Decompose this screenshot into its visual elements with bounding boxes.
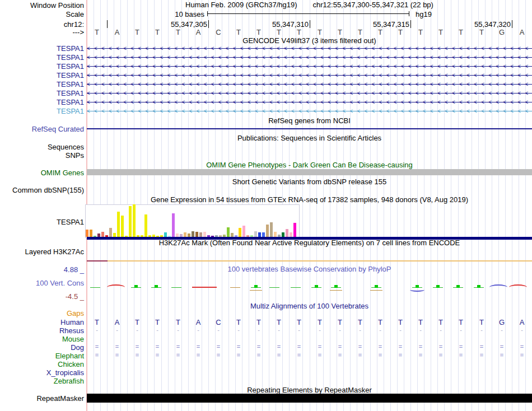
base-letter: T: [127, 28, 147, 36]
species-label-rhesus[interactable]: Rhesus: [59, 326, 84, 335]
conservation-peak: [254, 285, 258, 288]
align-double-gap: =: [350, 352, 370, 358]
gtex-tissue-bar: [239, 228, 241, 237]
align-base-letter: A: [188, 318, 208, 326]
refseq-track-title[interactable]: RefSeq genes from NCBI: [87, 117, 532, 125]
base-letter: T: [289, 28, 309, 36]
conservation-arc: [489, 284, 507, 290]
conservation-track-title[interactable]: 100 vertebrates Basewise Conservation by…: [87, 265, 532, 273]
species-label-x_tropicalis[interactable]: X_tropicalis: [46, 368, 84, 377]
gtex-tissue-bar: [109, 228, 112, 237]
common-dbsnp-label[interactable]: Common dbSNP(155): [12, 186, 84, 194]
scale-bar-tick-left: [207, 11, 208, 16]
gtex-tissue-bar: [211, 236, 214, 237]
gtex-tissue-bar: [242, 226, 245, 237]
align-double-gap: =: [410, 343, 431, 350]
gene-model-arrows[interactable]: <<<<<<<<<<<<<<<<<<<<<<<<<<<<<<<<<<<<<<<<…: [87, 63, 532, 70]
align-gap-dash: -: [249, 326, 269, 333]
align-gap-dash: -: [127, 326, 147, 333]
gene-label[interactable]: TESPA1: [57, 71, 84, 80]
gtex-tissue-bar: [113, 233, 116, 237]
align-double-gap: =: [451, 343, 471, 350]
window-position-title: Human Feb. 2009 (GRCh37/hg19)chr12:55,34…: [87, 1, 532, 9]
base-letter: T: [310, 28, 330, 36]
gene-label[interactable]: TESPA1: [57, 98, 84, 106]
species-label-zebrafish[interactable]: Zebrafish: [54, 377, 84, 385]
align-double-gap: =: [208, 352, 228, 358]
h3k27ac-signal-segment-tan[interactable]: [108, 260, 532, 261]
layered-h3k27ac-label[interactable]: Layered H3K27Ac: [25, 247, 84, 256]
align-base-letter: T: [472, 318, 492, 326]
gtex-tissue-bar: [168, 236, 171, 237]
gene-label[interactable]: TESPA1: [57, 62, 84, 71]
h3k27ac-track-title[interactable]: H3K27Ac Mark (Often Found Near Active Re…: [87, 239, 532, 247]
gtex-tissue-bar: [156, 236, 159, 237]
align-base-letter: T: [127, 318, 147, 326]
gene-label[interactable]: TESPA1: [57, 44, 84, 53]
align-gap-dash: -: [87, 326, 107, 333]
snps-label[interactable]: SNPs: [66, 151, 84, 160]
species-label-mouse[interactable]: Mouse: [62, 335, 84, 343]
gene-model-arrows[interactable]: <<<<<<<<<<<<<<<<<<<<<<<<<<<<<<<<<<<<<<<<…: [87, 99, 532, 106]
refseq-curated-line[interactable]: [87, 128, 532, 129]
omim-genes-bar[interactable]: [87, 169, 532, 175]
coordinate-tick: [410, 20, 411, 28]
gene-model-arrows[interactable]: <<<<<<<<<<<<<<<<<<<<<<<<<<<<<<<<<<<<<<<<…: [87, 90, 532, 97]
align-base-letter: T: [310, 318, 330, 326]
species-label-elephant[interactable]: Elephant: [55, 352, 84, 360]
species-label-dog[interactable]: Dog: [71, 343, 84, 352]
gene-label[interactable]: TESPA1: [57, 107, 84, 115]
align-gap-dash: -: [147, 326, 167, 333]
gtex-tissue-bar: [129, 206, 132, 237]
dbsnp-track-title[interactable]: Short Genetic Variants from dbSNP releas…: [87, 178, 532, 186]
align-base-letter: T: [289, 318, 309, 326]
gene-model-arrows[interactable]: <<<<<<<<<<<<<<<<<<<<<<<<<<<<<<<<<<<<<<<<…: [87, 45, 532, 52]
gtex-gene-label[interactable]: TESPA1: [57, 218, 84, 226]
gene-label[interactable]: TESPA1: [57, 53, 84, 62]
gtex-tissue-bar: [219, 235, 222, 237]
base-letter: T: [472, 28, 492, 36]
align-gap-dash: -: [370, 326, 390, 333]
align-double-gap: =: [370, 343, 390, 350]
align-double-gap: =: [512, 352, 532, 358]
align-gap-dash: -: [390, 326, 410, 333]
align-gap-dash: -: [330, 326, 350, 333]
omim-track-title[interactable]: OMIM Gene Phenotypes - Dark Green Can Be…: [87, 161, 532, 169]
species-label-chicken[interactable]: Chicken: [58, 360, 84, 368]
align-gap-dash: -: [350, 326, 370, 333]
gtex-gene-baseline[interactable]: [87, 237, 532, 240]
gtex-tissue-bar: [293, 223, 296, 237]
gtex-tissue-bar: [266, 225, 269, 237]
sequences-label[interactable]: Sequences: [48, 143, 84, 151]
gene-model-arrows[interactable]: <<<<<<<<<<<<<<<<<<<<<<<<<<<<<<<<<<<<<<<<…: [87, 81, 532, 88]
conservation-peak: [477, 285, 480, 288]
publications-track-title[interactable]: Publications: Sequences in Scientific Ar…: [87, 134, 532, 142]
refseq-curated-label[interactable]: RefSeq Curated: [32, 125, 84, 133]
align-double-gap: =: [492, 352, 512, 358]
repeatmasker-track-title[interactable]: Repeating Elements by RepeatMasker: [87, 386, 532, 394]
align-double-gap: =: [451, 352, 471, 358]
species-label-gaps[interactable]: Gaps: [67, 309, 84, 317]
repeatmasker-bar[interactable]: [87, 394, 532, 403]
align-double-gap: =: [107, 352, 127, 358]
align-double-gap: =: [370, 352, 390, 358]
conservation-label[interactable]: 100 Vert. Cons: [36, 279, 84, 287]
base-letter: T: [249, 28, 269, 36]
omim-genes-label[interactable]: OMIM Genes: [41, 169, 84, 177]
gene-model-arrows[interactable]: <<<<<<<<<<<<<<<<<<<<<<<<<<<<<<<<<<<<<<<<…: [87, 72, 532, 79]
multiz-track-title[interactable]: Multiz Alignments of 100 Vertebrates: [87, 302, 532, 310]
gtex-track-title[interactable]: Gene Expression in 54 tissues from GTEx …: [87, 196, 532, 204]
species-label-human[interactable]: Human: [60, 318, 84, 326]
gtex-tissue-bar: [152, 235, 155, 237]
repeatmasker-label[interactable]: RepeatMasker: [36, 394, 84, 403]
gene-label[interactable]: TESPA1: [57, 89, 84, 97]
coordinate-tick: [208, 20, 209, 28]
align-double-gap: =: [87, 343, 107, 350]
gene-label[interactable]: TESPA1: [57, 80, 84, 88]
h3k27ac-signal-segment-maroon[interactable]: [87, 260, 108, 261]
align-base-letter: T: [370, 318, 390, 326]
align-double-gap: =: [168, 352, 188, 358]
gene-model-arrows[interactable]: <<<<<<<<<<<<<<<<<<<<<<<<<<<<<<<<<<<<<<<<…: [87, 108, 532, 115]
gene-model-arrows[interactable]: <<<<<<<<<<<<<<<<<<<<<<<<<<<<<<<<<<<<<<<<…: [87, 54, 532, 61]
gencode-track-title[interactable]: GENCODE V49lift37 (3 items filtered out): [87, 37, 532, 45]
